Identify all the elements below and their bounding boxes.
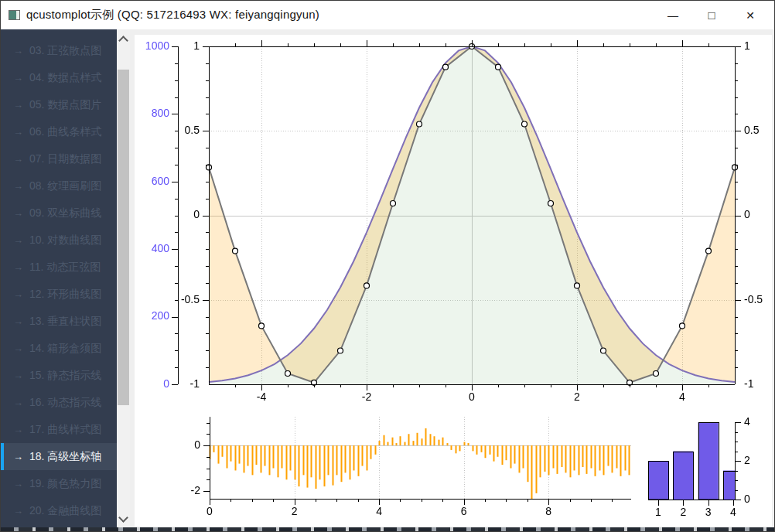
chevron-up-icon — [118, 36, 128, 46]
sidebar-item-label: 08. 纹理画刷图 — [29, 179, 101, 193]
arrow-right-icon: → — [13, 126, 23, 138]
sidebar-item-label: 11. 动态正弦图 — [29, 261, 101, 275]
arrow-right-icon: → — [13, 343, 23, 354]
background-window-sliver — [1, 527, 774, 531]
minimize-button[interactable]: — — [654, 1, 692, 29]
sidebar-item[interactable]: →17. 曲线样式图 — [1, 416, 130, 443]
qcustomplot-canvas[interactable] — [130, 29, 775, 528]
arrow-right-icon: → — [13, 288, 23, 300]
arrow-right-icon: → — [13, 478, 23, 489]
arrow-right-icon: → — [13, 72, 23, 84]
arrow-right-icon: → — [13, 424, 23, 435]
sidebar-item-label: 16. 动态指示线 — [29, 396, 101, 410]
arrow-right-icon: → — [13, 153, 23, 165]
sidebar-item[interactable]: →10. 对数曲线图 — [1, 227, 130, 254]
sidebar-item-label: 13. 垂直柱状图 — [29, 315, 101, 329]
sidebar-item-label: 20. 金融曲线图 — [29, 504, 101, 518]
sidebar-item[interactable]: →04. 数据点样式 — [1, 64, 130, 91]
sidebar-item-label: 07. 日期数据图 — [29, 152, 101, 166]
scroll-up-button[interactable] — [117, 29, 130, 49]
sidebar-item-label: 03. 正弦散点图 — [29, 44, 101, 58]
app-window: qcustomplot示例 (QQ: 517216493 WX: feiyang… — [0, 0, 775, 532]
sidebar: →03. 正弦散点图→04. 数据点样式→05. 数据点图片→06. 曲线条样式… — [1, 29, 130, 528]
sidebar-item[interactable]: →19. 颜色热力图 — [1, 470, 130, 497]
chevron-down-icon — [118, 513, 128, 523]
sidebar-item-label: 18. 高级坐标轴 — [29, 450, 101, 464]
sidebar-item[interactable]: →13. 垂直柱状图 — [1, 308, 130, 335]
sidebar-item-label: 05. 数据点图片 — [29, 98, 101, 112]
arrow-right-icon: → — [13, 45, 23, 56]
sidebar-item-label: 12. 环形曲线图 — [29, 288, 101, 302]
arrow-right-icon: → — [13, 370, 23, 381]
arrow-right-icon: → — [13, 505, 23, 517]
window-controls: — □ ✕ — [654, 1, 770, 29]
sidebar-item[interactable]: →14. 箱形盒须图 — [1, 335, 130, 362]
close-button[interactable]: ✕ — [731, 1, 770, 29]
arrow-right-icon: → — [13, 315, 23, 327]
arrow-right-icon: → — [13, 180, 23, 192]
sidebar-item-label: 04. 数据点样式 — [29, 71, 101, 85]
sidebar-item[interactable]: →11. 动态正弦图 — [1, 254, 130, 281]
sidebar-item[interactable]: →09. 双坐标曲线 — [1, 200, 130, 227]
arrow-right-icon: → — [13, 261, 23, 273]
sidebar-scrollbar[interactable] — [117, 29, 130, 528]
scrollbar-thumb[interactable] — [118, 70, 129, 405]
sidebar-item-label: 19. 颜色热力图 — [29, 477, 101, 491]
scroll-down-button[interactable] — [117, 509, 130, 528]
sidebar-item[interactable]: →15. 静态指示线 — [1, 362, 130, 389]
sidebar-item-label: 15. 静态指示线 — [29, 369, 101, 383]
sidebar-item-label: 14. 箱形盒须图 — [29, 342, 101, 356]
window-body: →03. 正弦散点图→04. 数据点样式→05. 数据点图片→06. 曲线条样式… — [1, 29, 774, 528]
sidebar-item[interactable]: →05. 数据点图片 — [1, 91, 130, 118]
arrow-right-icon: → — [13, 207, 23, 219]
title-bar: qcustomplot示例 (QQ: 517216493 WX: feiyang… — [1, 1, 774, 29]
plot-panel — [130, 29, 775, 528]
sidebar-item-label: 09. 双坐标曲线 — [29, 206, 101, 220]
app-icon — [9, 10, 20, 20]
window-title: qcustomplot示例 (QQ: 517216493 WX: feiyang… — [26, 8, 319, 22]
arrow-right-icon: → — [13, 397, 23, 408]
sidebar-item[interactable]: →18. 高级坐标轴 — [1, 443, 130, 470]
sidebar-item[interactable]: →12. 环形曲线图 — [1, 281, 130, 308]
sidebar-item[interactable]: →20. 金融曲线图 — [1, 497, 130, 524]
sidebar-item-label: 10. 对数曲线图 — [29, 234, 101, 247]
maximize-button[interactable]: □ — [692, 1, 731, 29]
sidebar-list: →03. 正弦散点图→04. 数据点样式→05. 数据点图片→06. 曲线条样式… — [1, 29, 130, 524]
arrow-right-icon: → — [13, 99, 23, 111]
arrow-right-icon: → — [13, 451, 23, 462]
sidebar-item-label: 06. 曲线条样式 — [29, 125, 101, 139]
sidebar-item[interactable]: →07. 日期数据图 — [1, 145, 130, 172]
arrow-right-icon: → — [13, 234, 23, 246]
sidebar-item[interactable]: →06. 曲线条样式 — [1, 118, 130, 145]
sidebar-item[interactable]: →16. 动态指示线 — [1, 389, 130, 416]
sidebar-item[interactable]: →03. 正弦散点图 — [1, 37, 130, 64]
sidebar-item-label: 17. 曲线样式图 — [29, 423, 101, 437]
sidebar-item[interactable]: →08. 纹理画刷图 — [1, 172, 130, 200]
